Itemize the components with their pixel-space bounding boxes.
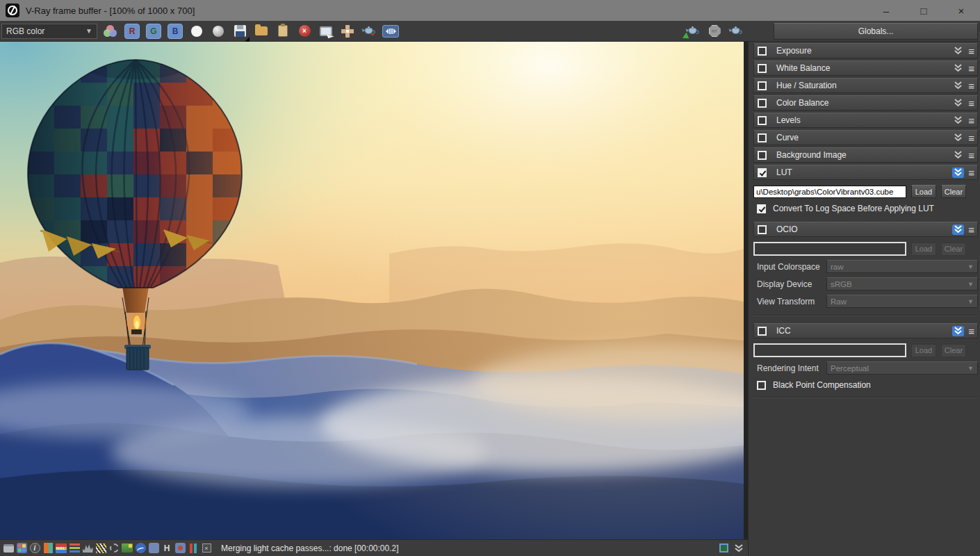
convert-log-checkbox[interactable] bbox=[757, 204, 766, 213]
icc-expand-icon[interactable] bbox=[952, 326, 964, 336]
exposure-expand-icon[interactable] bbox=[952, 46, 964, 56]
lut-clear-button[interactable]: Clear bbox=[941, 185, 966, 198]
channel-select-dropdown[interactable]: RGB color ▼ bbox=[1, 24, 97, 39]
histogram-h-icon[interactable]: H bbox=[161, 543, 172, 554]
exposure-toggle-icon[interactable] bbox=[42, 543, 54, 554]
levels-expand-icon[interactable] bbox=[952, 115, 964, 126]
white-balance-expand-icon[interactable] bbox=[952, 63, 964, 74]
icc-load-button[interactable]: Load bbox=[911, 344, 936, 357]
info-icon[interactable]: i bbox=[29, 543, 40, 554]
exposure-checkbox[interactable] bbox=[758, 47, 767, 56]
icc-menu-icon[interactable]: ≡ bbox=[968, 326, 974, 336]
icc-toggle-icon[interactable] bbox=[174, 543, 186, 554]
ocio-file-row: Load Clear bbox=[753, 242, 978, 256]
lut-path-input[interactable] bbox=[753, 186, 906, 198]
close-button[interactable]: × bbox=[942, 0, 980, 21]
curve-label: Curve bbox=[776, 133, 799, 142]
icc-bpc-row: Black Point Compensation bbox=[757, 380, 978, 390]
display-device-dropdown[interactable]: sRGB ▼ bbox=[826, 277, 978, 291]
monochrome-button[interactable] bbox=[210, 23, 227, 40]
framebuffer-icon[interactable] bbox=[719, 543, 728, 553]
maximize-button[interactable]: □ bbox=[905, 0, 942, 21]
ocio-path-input[interactable] bbox=[753, 242, 906, 256]
clear-image-button[interactable]: × bbox=[296, 23, 313, 40]
input-colorspace-dropdown[interactable]: raw ▼ bbox=[826, 260, 978, 273]
hue-saturation-checkbox[interactable] bbox=[758, 81, 767, 90]
color-balance-toggle-icon[interactable] bbox=[69, 543, 80, 554]
display-correction-icon[interactable] bbox=[188, 543, 199, 554]
background-image-menu-icon[interactable]: ≡ bbox=[968, 150, 974, 161]
lut-menu-icon[interactable]: ≡ bbox=[968, 167, 974, 178]
black-point-compensation-checkbox[interactable] bbox=[757, 381, 766, 390]
color-balance-checkbox[interactable] bbox=[758, 99, 767, 108]
ocio-checkbox[interactable] bbox=[758, 225, 767, 234]
toolbar: RGB color ▼ R G B × bbox=[0, 21, 980, 42]
ocio-load-button[interactable]: Load bbox=[911, 243, 936, 256]
ipr-icon bbox=[382, 25, 399, 38]
save-image-button[interactable] bbox=[231, 23, 248, 40]
blue-channel-button[interactable]: B bbox=[167, 23, 183, 40]
white-balance-menu-icon[interactable]: ≡ bbox=[968, 63, 974, 74]
layer-row-levels: Levels ≡ bbox=[753, 113, 978, 128]
lut-toggle-icon[interactable] bbox=[135, 543, 146, 554]
load-image-button[interactable] bbox=[253, 23, 270, 40]
color-balance-expand-icon[interactable] bbox=[952, 98, 964, 108]
icc-clear-button[interactable]: Clear bbox=[941, 344, 966, 357]
status-message: Merging light cache passes...: done [00:… bbox=[221, 543, 399, 553]
curve-menu-icon[interactable]: ≡ bbox=[968, 133, 974, 143]
red-channel-button[interactable]: R bbox=[124, 23, 140, 40]
titlebar: V-Ray frame buffer - [100% of 1000 x 700… bbox=[0, 0, 980, 21]
lut-checkbox[interactable] bbox=[758, 168, 767, 177]
curve-checkbox[interactable] bbox=[758, 133, 767, 142]
interactive-render-button[interactable] bbox=[382, 23, 399, 40]
start-render-button[interactable] bbox=[685, 23, 701, 40]
ocio-menu-icon[interactable]: ≡ bbox=[968, 224, 974, 235]
ocio-clear-button[interactable]: Clear bbox=[941, 243, 966, 256]
background-image-checkbox[interactable] bbox=[758, 151, 767, 160]
view-transform-dropdown[interactable]: Raw ▼ bbox=[826, 295, 978, 308]
rgb-channels-button[interactable] bbox=[102, 23, 119, 40]
layer-row-color-balance: Color Balance ≡ bbox=[753, 95, 978, 111]
chevron-down-icon: ▼ bbox=[967, 298, 974, 305]
minimize-button[interactable]: – bbox=[867, 0, 905, 21]
icc-path-input[interactable] bbox=[753, 343, 906, 357]
stop-render-button[interactable]: RT bbox=[706, 23, 723, 40]
alpha-channel-button[interactable] bbox=[188, 23, 205, 40]
exposure-menu-icon[interactable]: ≡ bbox=[968, 46, 974, 56]
background-image-toggle-icon[interactable] bbox=[122, 543, 133, 554]
rendering-intent-dropdown[interactable]: Perceptual ▼ bbox=[826, 361, 978, 375]
hue-saturation-expand-icon[interactable] bbox=[952, 81, 964, 91]
color-balance-menu-icon[interactable]: ≡ bbox=[968, 98, 974, 108]
render-last-button[interactable] bbox=[728, 23, 744, 40]
curve-expand-icon[interactable] bbox=[952, 133, 964, 143]
settings-gear-icon[interactable] bbox=[108, 543, 120, 554]
region-cross-icon bbox=[341, 25, 354, 38]
copy-to-clipboard-button[interactable] bbox=[275, 23, 291, 40]
globals-button[interactable]: Globals... bbox=[774, 23, 978, 40]
section-divider bbox=[753, 397, 978, 398]
hue-saturation-menu-icon[interactable]: ≡ bbox=[968, 81, 974, 91]
white-balance-checkbox[interactable] bbox=[758, 64, 767, 73]
layer-row-ocio: OCIO ≡ bbox=[753, 222, 978, 237]
region-render-button[interactable] bbox=[339, 23, 356, 40]
render-scene-button[interactable] bbox=[361, 23, 377, 40]
expand-chevron-icon[interactable] bbox=[734, 543, 744, 553]
curve-toggle-icon[interactable] bbox=[95, 543, 106, 554]
color-corrections-icon[interactable] bbox=[16, 543, 27, 554]
window-toggle-icon[interactable] bbox=[3, 543, 14, 554]
background-image-expand-icon[interactable] bbox=[952, 150, 964, 161]
levels-menu-icon[interactable]: ≡ bbox=[968, 115, 974, 126]
black-point-compensation-label: Black Point Compensation bbox=[773, 380, 871, 390]
icc-checkbox[interactable] bbox=[758, 327, 767, 336]
duplicate-to-host-button[interactable] bbox=[318, 23, 334, 40]
levels-checkbox[interactable] bbox=[758, 116, 767, 125]
lut-load-button[interactable]: Load bbox=[911, 185, 936, 198]
ocio-toggle-icon[interactable] bbox=[148, 543, 159, 554]
pixel-aspect-icon[interactable]: × bbox=[201, 543, 212, 554]
levels-toggle-icon[interactable] bbox=[82, 543, 93, 554]
teapot-icon bbox=[361, 25, 377, 37]
ocio-expand-icon[interactable] bbox=[952, 224, 964, 235]
hsl-toggle-icon[interactable]: HSL bbox=[56, 543, 67, 554]
lut-expand-icon[interactable] bbox=[952, 167, 964, 178]
green-channel-button[interactable]: G bbox=[145, 23, 162, 40]
